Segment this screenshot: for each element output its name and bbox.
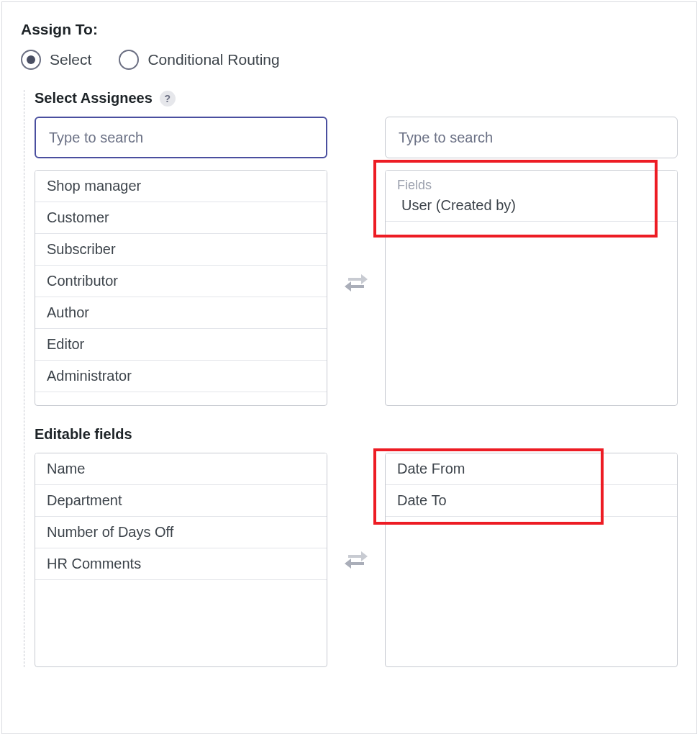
assign-to-title: Assign To: [21, 21, 678, 38]
list-item[interactable]: Date To [386, 485, 677, 517]
assignees-right-col: Fields User (Created by) [385, 117, 678, 406]
list-item[interactable]: Customer [35, 202, 327, 234]
editable-left-list: Name Department Number of Days Off HR Co… [35, 453, 327, 667]
list-item[interactable]: Subscriber [35, 234, 327, 266]
radio-conditional-indicator [119, 50, 139, 70]
list-item[interactable]: Administrator [35, 361, 327, 392]
editable-dual-list: Name Department Number of Days Off HR Co… [35, 453, 678, 667]
radio-conditional-routing[interactable]: Conditional Routing [119, 50, 279, 70]
assignees-swap-col [327, 228, 385, 294]
radio-select[interactable]: Select [21, 50, 91, 70]
assignees-group-item[interactable]: User (Created by) [386, 194, 677, 222]
radio-select-label: Select [50, 51, 91, 68]
assignees-group-label: Fields [386, 171, 677, 194]
list-item[interactable]: Date From [386, 453, 677, 485]
editable-right-list: Date From Date To [385, 453, 678, 667]
help-icon[interactable]: ? [160, 91, 176, 107]
swap-icon[interactable] [344, 548, 368, 571]
list-item[interactable]: Editor [35, 329, 327, 361]
assignees-right-list: Fields User (Created by) [385, 170, 678, 406]
editable-left-col: Name Department Number of Days Off HR Co… [35, 453, 327, 667]
assignees-left-scroll[interactable]: Shop manager Customer Subscriber Contrib… [35, 171, 327, 405]
radio-select-indicator [21, 50, 41, 70]
sub-block: Select Assignees ? Shop manager Customer… [24, 90, 678, 667]
editable-fields-header: Editable fields [35, 426, 678, 443]
list-item[interactable]: Author [35, 297, 327, 329]
assignees-left-search[interactable] [35, 117, 327, 158]
assign-to-panel: Assign To: Select Conditional Routing Se… [1, 1, 697, 734]
list-item[interactable]: HR Comments [35, 548, 327, 580]
list-item[interactable]: Contributor [35, 266, 327, 297]
list-item[interactable]: Number of Days Off [35, 517, 327, 548]
assignees-left-list: Shop manager Customer Subscriber Contrib… [35, 170, 327, 406]
swap-icon[interactable] [344, 271, 368, 294]
editable-right-col: Date From Date To [385, 453, 678, 667]
radio-conditional-label: Conditional Routing [147, 51, 279, 68]
assignees-dual-list: Shop manager Customer Subscriber Contrib… [35, 117, 678, 406]
assignees-left-col: Shop manager Customer Subscriber Contrib… [35, 117, 327, 406]
list-item[interactable]: Department [35, 485, 327, 517]
editable-swap-col [327, 548, 385, 571]
assign-mode-radios: Select Conditional Routing [21, 50, 678, 70]
list-item[interactable]: Shop manager [35, 171, 327, 202]
select-assignees-header: Select Assignees ? [35, 90, 678, 107]
select-assignees-title: Select Assignees [35, 90, 153, 107]
editable-fields-title: Editable fields [35, 426, 132, 443]
list-item[interactable]: Name [35, 453, 327, 485]
assignees-right-search[interactable] [385, 117, 678, 158]
